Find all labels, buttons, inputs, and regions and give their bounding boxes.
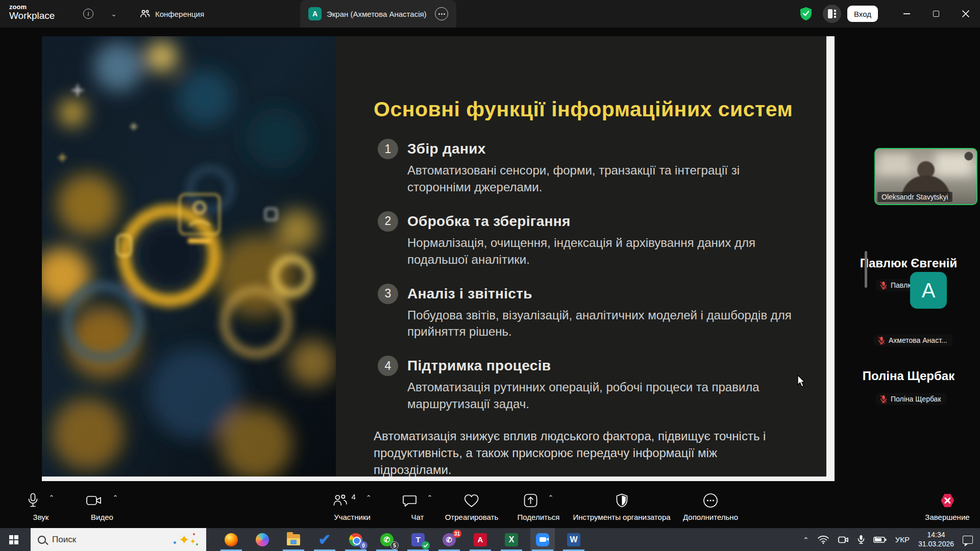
share-icon bbox=[524, 493, 538, 508]
tab-avatar: А bbox=[308, 7, 322, 20]
copilot-icon bbox=[256, 533, 269, 546]
host-tools-button[interactable]: Инструменты организатора bbox=[573, 491, 670, 521]
video-button[interactable]: ⌃ Видео bbox=[86, 491, 118, 521]
speaker-silhouette bbox=[911, 161, 941, 185]
item-number-2: 2 bbox=[378, 211, 398, 232]
notifications-icon[interactable] bbox=[963, 536, 973, 544]
taskbar-app-chrome[interactable]: 0 bbox=[344, 528, 368, 551]
list-item-2: 2 Обробка та зберігання Нормалізація, оч… bbox=[378, 211, 802, 268]
taskbar-app-viber[interactable]: ✆31 bbox=[437, 528, 461, 551]
tab-conference[interactable]: Конференция bbox=[132, 0, 212, 28]
react-button[interactable]: Отреагировать bbox=[445, 491, 499, 521]
audio-button[interactable]: ⌃ Звук bbox=[28, 491, 55, 521]
viber-badge: 31 bbox=[453, 530, 461, 538]
taskbar-apps: ✔ 0 ✆5 T ✆31 A X W bbox=[219, 528, 593, 551]
item-body: Автоматизація рутинних операцій, робочі … bbox=[407, 379, 795, 413]
brand-line1: zoom bbox=[9, 4, 55, 11]
participants-button[interactable]: 4 ⌃ Участники bbox=[333, 491, 371, 521]
share-button[interactable]: ⌃ Поделиться bbox=[518, 491, 560, 521]
taskbar-app-acrobat[interactable]: A bbox=[468, 528, 493, 551]
chat-options-chevron[interactable]: ⌃ bbox=[427, 494, 433, 502]
react-label: Отреагировать bbox=[445, 513, 499, 521]
tab-conference-label: Конференция bbox=[155, 10, 204, 18]
taskbar-app-todo[interactable]: ✔ bbox=[312, 528, 337, 551]
microphone-icon bbox=[28, 493, 39, 508]
speaker-video-tile[interactable]: Oleksandr Stavytskyi bbox=[874, 148, 977, 205]
item-number-1: 1 bbox=[378, 139, 398, 159]
taskbar-app-teams[interactable]: T bbox=[406, 528, 430, 551]
chat-button[interactable]: ⌃ Чат bbox=[403, 491, 433, 521]
item-number-4: 4 bbox=[378, 356, 398, 376]
participant-badge-name: Ахметова Анаст... bbox=[889, 336, 947, 344]
participant-tile-name[interactable]: Поліна Щербак bbox=[837, 369, 980, 383]
restore-button[interactable] bbox=[922, 0, 950, 28]
speaker-name-label: Oleksandr Stavytskyi bbox=[877, 192, 952, 202]
info-icon[interactable]: i bbox=[82, 7, 95, 20]
tray-time: 14:34 bbox=[927, 531, 945, 539]
end-meeting-label: Завершение bbox=[925, 513, 969, 521]
zoom-app-icon bbox=[536, 533, 549, 546]
tray-clock[interactable]: 14:34 31.03.2026 bbox=[918, 531, 954, 548]
end-meeting-button[interactable]: Завершение bbox=[925, 491, 969, 521]
taskbar-app-explorer[interactable] bbox=[281, 528, 306, 551]
slide-illustration bbox=[42, 36, 336, 477]
close-button[interactable] bbox=[951, 0, 980, 28]
more-button[interactable]: Дополнительно bbox=[683, 491, 738, 521]
minimize-button[interactable] bbox=[892, 0, 921, 28]
wifi-icon[interactable] bbox=[818, 535, 829, 544]
list-item-4: 4 Підтримка процесів Автоматизація рутин… bbox=[378, 356, 802, 413]
taskbar-app-firefox[interactable] bbox=[219, 528, 243, 551]
chevron-down-icon[interactable]: ⌄ bbox=[107, 7, 120, 20]
taskbar-app-whatsapp[interactable]: ✆5 bbox=[375, 528, 399, 551]
video-label: Видео bbox=[91, 513, 113, 521]
participants-panel: Oleksandr Stavytskyi Павлюк Євгеній Павл… bbox=[837, 28, 980, 487]
tray-expand-icon[interactable]: ⌃ bbox=[803, 536, 809, 544]
tab-more-icon[interactable] bbox=[435, 7, 448, 20]
audio-options-chevron[interactable]: ⌃ bbox=[49, 494, 55, 502]
list-item-1: 1 Збір даних Автоматизовані сенсори, фор… bbox=[378, 139, 802, 196]
tray-camera-icon[interactable] bbox=[838, 536, 849, 544]
mouse-cursor bbox=[797, 375, 806, 387]
participant-avatar[interactable]: А bbox=[910, 272, 947, 309]
video-options-chevron[interactable]: ⌃ bbox=[113, 494, 118, 502]
teams-status-icon bbox=[422, 541, 430, 549]
layout-panel-icon[interactable] bbox=[823, 5, 841, 23]
more-icon bbox=[703, 493, 718, 508]
shield-icon bbox=[616, 493, 628, 508]
host-tools-label: Инструменты организатора bbox=[573, 513, 670, 521]
system-tray: ⌃ УКР 14:34 31.03.2026 bbox=[803, 528, 980, 551]
chat-label: Чат bbox=[411, 513, 424, 521]
titlebar: zoom Workplace i ⌄ Конференция А Экран (… bbox=[0, 0, 980, 28]
acrobat-icon: A bbox=[474, 533, 487, 546]
start-button[interactable] bbox=[0, 528, 28, 551]
participant-badge-name: Поліна Щербак bbox=[891, 395, 941, 403]
participants-options-chevron[interactable]: ⌃ bbox=[366, 494, 372, 502]
panel-scrollbar[interactable] bbox=[865, 251, 867, 288]
excel-icon: X bbox=[505, 533, 518, 546]
taskbar-search[interactable]: Поиск ✦✦ bbox=[31, 528, 206, 551]
item-heading: Аналіз і звітність bbox=[407, 286, 795, 302]
taskbar-app-zoom[interactable] bbox=[530, 528, 555, 551]
chat-icon bbox=[403, 494, 417, 507]
shared-screen: Основні функції інформаційних систем 1 З… bbox=[42, 36, 835, 481]
participants-label: Участники bbox=[334, 513, 371, 521]
zoom-workplace-window: zoom Workplace i ⌄ Конференция А Экран (… bbox=[0, 0, 980, 551]
share-options-chevron[interactable]: ⌃ bbox=[548, 494, 554, 502]
more-label: Дополнительно bbox=[683, 513, 738, 521]
tray-mic-icon[interactable] bbox=[857, 535, 865, 544]
signin-button[interactable]: Вход bbox=[847, 6, 878, 22]
battery-icon[interactable] bbox=[873, 536, 887, 543]
item-body: Побудова звітів, візуалізацій, аналітичн… bbox=[407, 307, 795, 341]
muted-mic-icon bbox=[880, 281, 887, 289]
windows-logo-icon bbox=[9, 535, 18, 544]
windows-taskbar: Поиск ✦✦ ✔ 0 ✆5 T ✆31 A X W ⌃ bbox=[0, 528, 980, 551]
language-indicator[interactable]: УКР bbox=[895, 535, 910, 544]
taskbar-app-word[interactable]: W bbox=[561, 528, 586, 551]
zoom-workplace-logo: zoom Workplace bbox=[9, 4, 55, 21]
participant-tile-name[interactable]: Павлюк Євгеній bbox=[837, 256, 980, 270]
tab-screen-share[interactable]: А Экран (Ахметова Анастасія) bbox=[300, 0, 456, 28]
taskbar-app-copilot[interactable] bbox=[250, 528, 275, 551]
security-shield-icon[interactable] bbox=[799, 7, 813, 23]
taskbar-app-excel[interactable]: X bbox=[499, 528, 524, 551]
firefox-icon bbox=[225, 533, 238, 546]
